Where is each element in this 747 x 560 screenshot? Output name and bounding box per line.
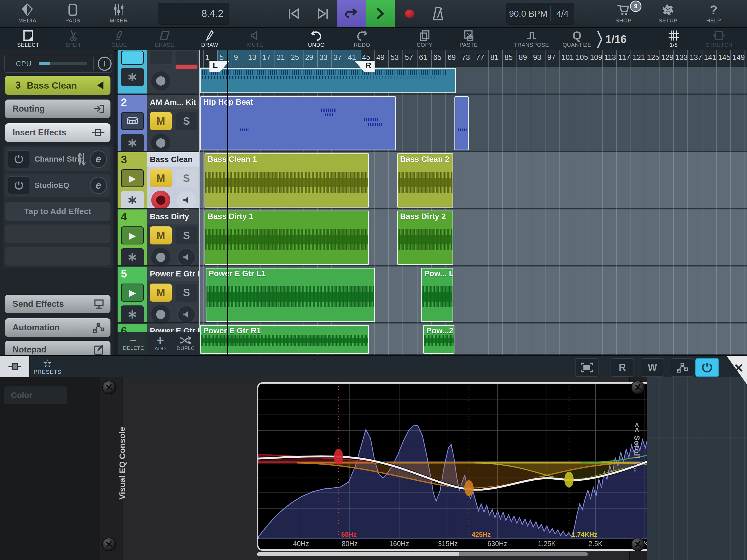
freeze-button[interactable] <box>121 248 144 266</box>
loop-button[interactable] <box>337 0 366 27</box>
presets-tab[interactable]: ☆ PRESETS <box>29 356 66 377</box>
routing-section-button[interactable]: Routing <box>5 100 110 118</box>
stretch-button[interactable]: STRETCH <box>696 28 742 50</box>
audio-clip[interactable]: Pow... L2 <box>421 268 453 322</box>
pads-button[interactable]: PADS <box>52 0 93 27</box>
add-track-button[interactable]: + ADD <box>154 336 166 352</box>
record-circle[interactable] <box>151 71 170 91</box>
record-button[interactable] <box>404 0 415 27</box>
insert-effects-tab[interactable] <box>0 356 29 377</box>
send-effects-section-button[interactable]: Send Effects <box>5 295 110 313</box>
media-button[interactable]: MEDIA <box>7 0 48 27</box>
studio-eq-row[interactable]: StudioEQ e <box>5 174 110 197</box>
glue-tool-button[interactable]: GLUE <box>96 28 143 50</box>
arrange-area[interactable]: 1591317212529333741454953576165697377818… <box>200 50 747 355</box>
audio-clip[interactable]: Power E Gtr L1 <box>206 268 375 322</box>
empty-effect-slot[interactable] <box>5 225 110 243</box>
studio-eq-edit-button[interactable]: e <box>90 177 107 194</box>
empty-effect-slot[interactable] <box>5 247 110 265</box>
mute-button[interactable]: M <box>150 112 172 130</box>
freeze-button[interactable] <box>121 134 144 152</box>
quantize-button[interactable]: Q QUANTIZE <box>554 28 600 50</box>
record-arm-button[interactable] <box>151 133 170 153</box>
mixer-button[interactable]: MIXER <box>98 0 139 27</box>
skip-start-button[interactable] <box>284 0 304 27</box>
setup-button[interactable]: SETUP <box>647 0 689 27</box>
automation-curves-button[interactable] <box>671 358 694 377</box>
audio-clip[interactable]: Bass Dirty 1 <box>205 210 369 265</box>
split-tool-button[interactable]: SPLIT <box>50 28 97 50</box>
freeze-button[interactable] <box>121 68 144 86</box>
drum-icon-button[interactable] <box>121 112 144 130</box>
track-header[interactable]: 4▶Bass DirtyMS <box>118 209 200 266</box>
solo-button[interactable] <box>176 51 198 64</box>
redo-button[interactable]: REDO <box>339 28 385 50</box>
insert-effects-section-button[interactable]: Insert Effects <box>5 123 110 142</box>
scroll-hint-label[interactable]: << Scroll t... <box>633 423 641 473</box>
quantize-value[interactable]: 1/16 <box>606 33 627 45</box>
record-arm-button[interactable] <box>151 248 170 267</box>
tempo-display[interactable]: 90.0 BPM 4/4 <box>506 3 574 25</box>
copy-button[interactable]: COPY <box>402 28 448 50</box>
solo-button[interactable]: S <box>176 284 198 302</box>
record-arm-button[interactable] <box>151 190 170 210</box>
metronome-button[interactable] <box>430 0 446 27</box>
eq-power-button[interactable] <box>695 358 719 377</box>
paste-button[interactable]: PASTE <box>445 28 492 50</box>
audio-clip[interactable]: Bass Dirty 2 <box>397 210 453 265</box>
audio-clip[interactable]: Bass Clean 2 <box>397 153 453 207</box>
audio-clip[interactable]: Power E Gtr R1 <box>200 325 369 354</box>
selected-track-button[interactable]: 3 Bass Clean <box>5 76 110 95</box>
play-button[interactable]: ▶ <box>121 284 144 302</box>
track-header[interactable]: 2AM Am... Kit 2MS <box>118 95 200 152</box>
duplicate-track-button[interactable]: DUPLC <box>177 336 195 351</box>
mute-button[interactable]: M <box>150 284 172 302</box>
play-button[interactable] <box>366 0 395 27</box>
skip-end-button[interactable] <box>313 0 333 27</box>
channel-strip-edit-button[interactable]: e <box>90 150 107 168</box>
solo-button[interactable]: S <box>176 226 198 245</box>
play-button[interactable] <box>121 51 144 65</box>
mute-tool-button[interactable]: MUTE <box>232 28 278 50</box>
track-header[interactable]: 5▶Power E Gtr LMS <box>118 266 200 323</box>
channel-strip-row[interactable]: Channel Strip e <box>5 147 110 171</box>
mute-button[interactable]: M <box>150 169 172 187</box>
play-button[interactable]: ▶ <box>121 169 144 187</box>
channel-strip-power-button[interactable] <box>8 150 30 168</box>
undo-button[interactable]: UNDO <box>293 28 340 50</box>
erase-tool-button[interactable]: ERASE <box>141 28 188 50</box>
record-arm-button[interactable] <box>151 305 170 324</box>
fullscreen-button[interactable] <box>575 358 598 377</box>
delete-track-button[interactable]: − DELETE <box>123 336 144 351</box>
transpose-button[interactable]: TRANSPOSE <box>508 28 555 50</box>
monitor-button[interactable] <box>177 248 196 267</box>
midi-clip[interactable]: Hip Hop Beat <box>200 96 396 150</box>
midi-clip[interactable] <box>200 68 456 93</box>
monitor-button[interactable] <box>177 190 196 210</box>
automation-read-button[interactable]: R <box>611 358 634 377</box>
play-button[interactable]: ▶ <box>121 226 144 245</box>
mute-button[interactable] <box>150 51 172 64</box>
monitor-button[interactable] <box>177 305 196 324</box>
help-button[interactable]: ? HELP <box>693 0 734 27</box>
grid-resolution-button[interactable]: 1/8 <box>650 28 697 50</box>
solo-button[interactable]: S <box>176 169 198 187</box>
midi-clip[interactable] <box>455 96 469 150</box>
eq-zoom-scrollbar[interactable] <box>257 552 459 556</box>
freeze-button[interactable] <box>121 305 144 324</box>
studio-eq-power-button[interactable] <box>8 176 30 195</box>
eq-zoom-scrollbar-handle[interactable] <box>459 552 588 556</box>
solo-button[interactable]: S <box>176 112 198 130</box>
warning-icon[interactable]: ! <box>98 57 111 71</box>
draw-tool-button[interactable]: DRAW <box>186 28 233 50</box>
audio-clip[interactable]: Bass Clean 1 <box>205 153 369 207</box>
color-section-button[interactable]: Color <box>4 386 67 404</box>
audio-clip[interactable]: Pow...2 <box>423 325 455 354</box>
track-header[interactable] <box>118 50 200 95</box>
select-tool-button[interactable]: SELECT <box>5 28 51 50</box>
playhead[interactable] <box>227 50 228 355</box>
automation-section-button[interactable]: Automation <box>5 318 110 337</box>
tap-to-add-effect-button[interactable]: Tap to Add Effect <box>5 202 110 221</box>
track-header[interactable]: 3▶Bass CleanMS <box>118 152 200 209</box>
timeline-ruler[interactable]: 1591317212529333741454953576165697377818… <box>200 50 747 68</box>
